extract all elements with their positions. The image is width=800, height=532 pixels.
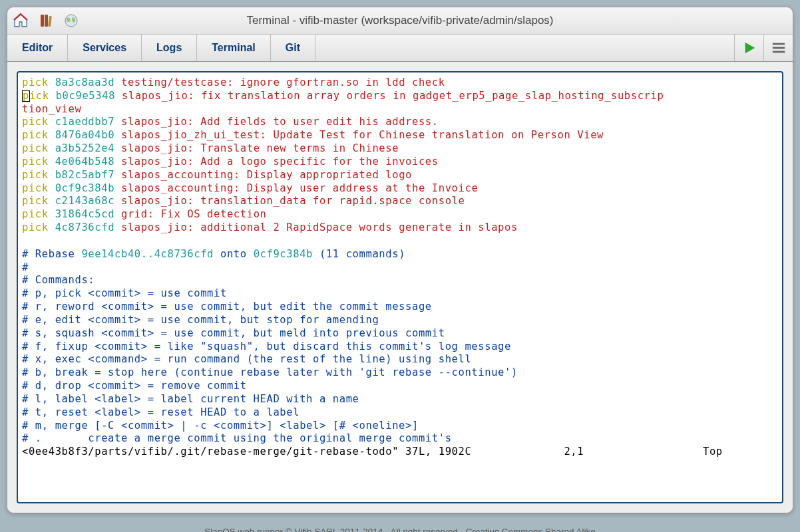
hamburger-menu-icon[interactable] — [763, 35, 793, 61]
tab-editor[interactable]: Editor — [7, 35, 68, 61]
app-window: Terminal - vifib-master (workspace/vifib… — [7, 7, 793, 513]
tab-terminal[interactable]: Terminal — [197, 35, 271, 61]
tab-services[interactable]: Services — [68, 35, 142, 61]
footer-text: SlapOS web runner © Vifib SARL 2011-2014… — [0, 520, 800, 532]
run-button[interactable] — [734, 35, 763, 61]
svg-rect-1 — [45, 15, 48, 27]
svg-rect-0 — [41, 15, 44, 27]
globe-icon[interactable] — [63, 13, 79, 29]
svg-rect-2 — [48, 16, 52, 27]
tabbar: Editor Services Logs Terminal Git — [7, 34, 793, 62]
svg-rect-6 — [772, 51, 784, 53]
tab-git[interactable]: Git — [271, 35, 315, 61]
tab-logs[interactable]: Logs — [142, 35, 197, 61]
books-icon[interactable] — [38, 13, 54, 29]
titlebar: Terminal - vifib-master (workspace/vifib… — [7, 7, 793, 34]
window-title: Terminal - vifib-master (workspace/vifib… — [7, 14, 793, 27]
svg-rect-4 — [772, 43, 784, 45]
svg-rect-5 — [772, 47, 784, 49]
terminal-output[interactable]: pick 8a3c8aa3d testing/testcase: ignore … — [17, 71, 783, 503]
home-icon[interactable] — [13, 13, 29, 29]
